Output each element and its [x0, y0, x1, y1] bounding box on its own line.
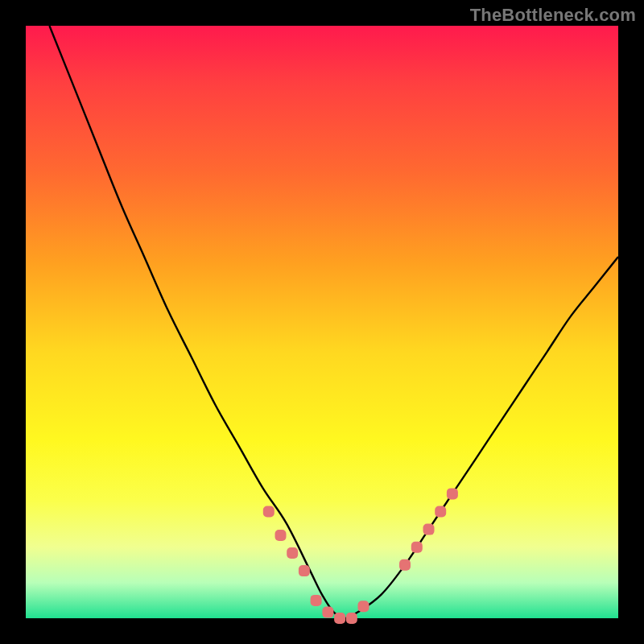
curve-marker — [311, 595, 322, 606]
curve-marker — [435, 506, 446, 518]
bottleneck-markers — [263, 488, 458, 624]
bottleneck-curve-line — [49, 26, 618, 618]
curve-marker — [358, 601, 369, 612]
curve-marker — [334, 613, 345, 624]
curve-marker — [423, 524, 435, 535]
curve-marker — [411, 542, 423, 553]
curve-marker — [299, 565, 310, 576]
curve-marker — [447, 488, 458, 499]
attribution-text: TheBottleneck.com — [470, 5, 636, 26]
curve-marker — [287, 547, 298, 559]
chart-plot-area — [26, 26, 618, 618]
bottleneck-curve-svg — [26, 26, 618, 618]
curve-marker — [263, 506, 275, 518]
curve-marker — [399, 559, 411, 571]
curve-marker — [322, 607, 333, 618]
curve-marker — [275, 530, 287, 541]
curve-marker — [346, 613, 357, 624]
